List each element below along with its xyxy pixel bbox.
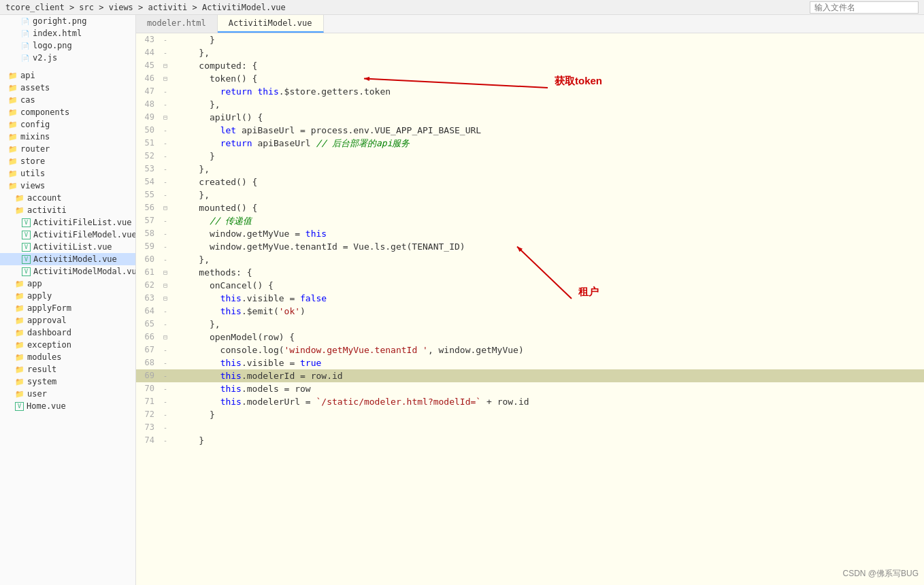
folder-icon: 📁 bbox=[8, 108, 18, 117]
sidebar-folder-utils[interactable]: 📁utils bbox=[0, 167, 135, 180]
sidebar-file-ActivitiList-vue[interactable]: VActivitiList.vue bbox=[0, 241, 135, 253]
code-line-62: 62 ⊟ onCancel() { bbox=[136, 279, 924, 292]
folder-icon: 📁 bbox=[8, 157, 18, 166]
fold-placeholder: - bbox=[160, 369, 171, 382]
sidebar-file-logo-png[interactable]: 📄logo.png bbox=[0, 39, 135, 52]
sidebar-folder-config[interactable]: 📁config bbox=[0, 118, 135, 131]
sidebar-folder-result[interactable]: 📁result bbox=[0, 363, 135, 375]
sidebar-folder-dashboard[interactable]: 📁dashboard bbox=[0, 327, 135, 339]
fold-btn[interactable]: ⊟ bbox=[160, 111, 171, 124]
fold-btn[interactable]: ⊟ bbox=[160, 292, 171, 305]
line-number: 66 bbox=[136, 331, 160, 344]
line-number: 55 bbox=[136, 188, 160, 201]
line-number: 49 bbox=[136, 111, 160, 124]
code-content: console.log('window.getMyVue.tenantId ',… bbox=[175, 344, 924, 356]
file-icon: 📄 bbox=[20, 16, 30, 26]
sidebar-folder-activiti[interactable]: 📁activiti bbox=[0, 204, 135, 216]
top-bar: tcore_client > src > views > activiti > … bbox=[0, 0, 924, 15]
fold-placeholder: - bbox=[160, 137, 171, 150]
code-content: apiUrl() { bbox=[175, 111, 924, 124]
sidebar-folder-account[interactable]: 📁account bbox=[0, 192, 135, 204]
code-line-69: 69 - this.modelerId = row.id bbox=[136, 369, 924, 382]
sidebar-folder-cas[interactable]: 📁cas bbox=[0, 94, 135, 106]
sidebar-file-goright-png[interactable]: 📄goright.png bbox=[0, 15, 135, 27]
file-icon: 📄 bbox=[20, 53, 30, 63]
folder-icon: 📁 bbox=[15, 365, 24, 374]
sidebar-folder-assets[interactable]: 📁assets bbox=[0, 82, 135, 94]
sidebar-folder-exception[interactable]: 📁exception bbox=[0, 339, 135, 351]
code-content: mounted() { bbox=[175, 201, 924, 214]
code-content: window.getMyVue = this bbox=[175, 227, 924, 240]
sidebar-file-index-html[interactable]: 📄index.html bbox=[0, 27, 135, 39]
code-line-54: 54 - created() { bbox=[136, 176, 924, 188]
code-content: this.modelerUrl = `/static/modeler.html?… bbox=[175, 395, 924, 408]
fold-placeholder: - bbox=[160, 46, 171, 59]
line-number: 71 bbox=[136, 395, 160, 408]
code-content: this.visible = true bbox=[175, 356, 924, 369]
sidebar-folder-components[interactable]: 📁components bbox=[0, 106, 135, 118]
line-number: 54 bbox=[136, 176, 160, 188]
code-line-64: 64 - this.$emit('ok') bbox=[136, 305, 924, 318]
fold-placeholder: - bbox=[160, 305, 171, 318]
sidebar-folder-approval[interactable]: 📁approval bbox=[0, 314, 135, 327]
sidebar-file-Home-vue[interactable]: VHome.vue bbox=[0, 400, 135, 412]
sidebar-folder-system[interactable]: 📁system bbox=[0, 375, 135, 388]
code-line-72: 72 - } bbox=[136, 408, 924, 421]
fold-btn[interactable]: ⊟ bbox=[160, 72, 171, 85]
folder-icon: 📁 bbox=[15, 378, 24, 386]
tab-modeler-html[interactable]: modeler.html bbox=[136, 15, 218, 33]
sidebar-file-ActivitiModelModal-vue[interactable]: VActivitiModelModal.vue bbox=[0, 265, 135, 278]
fold-placeholder: - bbox=[160, 150, 171, 163]
sidebar-folder-store[interactable]: 📁store bbox=[0, 155, 135, 167]
code-content: this.modelerId = row.id bbox=[175, 369, 924, 382]
code-content: methods: { bbox=[175, 266, 924, 279]
fold-placeholder: - bbox=[160, 163, 171, 176]
line-number: 70 bbox=[136, 382, 160, 395]
fold-placeholder: - bbox=[160, 124, 171, 137]
line-number: 67 bbox=[136, 344, 160, 356]
line-number: 68 bbox=[136, 356, 160, 369]
sidebar-folder-user[interactable]: 📁user bbox=[0, 388, 135, 400]
code-line-70: 70 - this.models = row bbox=[136, 382, 924, 395]
sidebar-file-v2-js[interactable]: 📄v2.js bbox=[0, 52, 135, 64]
sidebar-folder-app[interactable]: 📁app bbox=[0, 278, 135, 290]
sidebar: 📄goright.png📄index.html📄logo.png📄v2.js📁a… bbox=[0, 15, 136, 585]
fold-btn[interactable]: ⊟ bbox=[160, 279, 171, 292]
code-content: return this.$store.getters.token bbox=[175, 85, 924, 98]
sidebar-folder-router[interactable]: 📁router bbox=[0, 143, 135, 155]
sidebar-file-ActivitiFileList-vue[interactable]: VActivitiFileList.vue bbox=[0, 216, 135, 229]
folder-icon: 📁 bbox=[8, 84, 18, 93]
line-number: 51 bbox=[136, 137, 160, 150]
code-line-51: 51 - return apiBaseUrl // 后台部署的api服务 bbox=[136, 137, 924, 150]
fold-btn[interactable]: ⊟ bbox=[160, 201, 171, 214]
tab-ActivitiModel-vue[interactable]: ActivitiModel.vue bbox=[218, 15, 324, 33]
line-number: 63 bbox=[136, 292, 160, 305]
fold-btn[interactable]: ⊟ bbox=[160, 59, 171, 72]
sidebar-folder-apply[interactable]: 📁apply bbox=[0, 290, 135, 302]
code-line-43: 43 - } bbox=[136, 33, 924, 46]
sidebar-folder-api[interactable]: 📁api bbox=[0, 69, 135, 82]
folder-icon: 📁 bbox=[8, 169, 18, 178]
fold-placeholder: - bbox=[160, 33, 171, 46]
file-path: tcore_client > src > views > activiti > … bbox=[5, 3, 286, 12]
line-number: 47 bbox=[136, 85, 160, 98]
vue-file-icon: V bbox=[22, 218, 31, 227]
line-number: 52 bbox=[136, 150, 160, 163]
line-number: 60 bbox=[136, 253, 160, 266]
watermark: CSDN @佛系写BUG bbox=[842, 568, 919, 580]
sidebar-folder-views[interactable]: 📁views bbox=[0, 180, 135, 192]
code-content: // 传递值 bbox=[175, 214, 924, 227]
line-number: 72 bbox=[136, 408, 160, 421]
sidebar-file-ActivitiModel-vue[interactable]: VActivitiModel.vue bbox=[0, 253, 135, 265]
code-content: this.$emit('ok') bbox=[175, 305, 924, 318]
fold-btn[interactable]: ⊟ bbox=[160, 266, 171, 279]
fold-btn[interactable]: ⊟ bbox=[160, 331, 171, 344]
sidebar-folder-mixins[interactable]: 📁mixins bbox=[0, 131, 135, 143]
search-input[interactable] bbox=[810, 1, 919, 14]
sidebar-folder-modules[interactable]: 📁modules bbox=[0, 351, 135, 363]
code-line-59: 59 - window.getMyVue.tenantId = Vue.ls.g… bbox=[136, 240, 924, 253]
folder-icon: 📁 bbox=[15, 194, 24, 203]
code-content: }, bbox=[175, 318, 924, 331]
sidebar-file-ActivitiFileModel-vue[interactable]: VActivitiFileModel.vue bbox=[0, 229, 135, 241]
sidebar-folder-applyForm[interactable]: 📁applyForm bbox=[0, 302, 135, 314]
